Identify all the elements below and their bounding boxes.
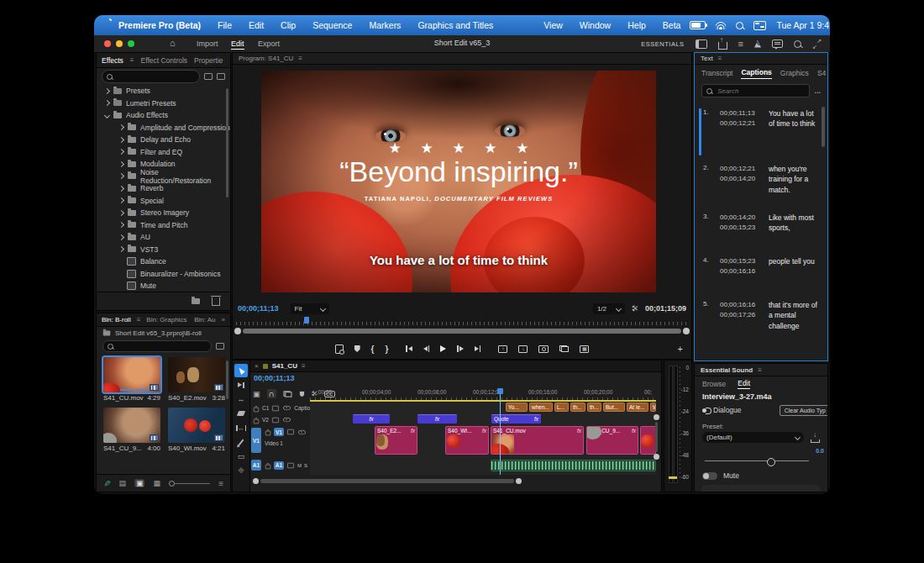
clip-thumbnail[interactable] [168,408,225,443]
caption-clip[interactable]: At le... [627,403,648,412]
caption-text[interactable]: You have a lot of time to think [769,108,821,129]
menu-beta[interactable]: Beta [655,20,689,30]
twirl-icon[interactable] [118,149,124,155]
tree-item[interactable]: Filter and EQ [97,146,230,159]
twirl-icon[interactable] [118,173,124,179]
twirl-icon[interactable] [118,161,124,167]
bin-item[interactable]: S41_CU_9...4:00 [103,408,160,452]
tree-item[interactable]: Binauralizer - Ambisonics [97,268,230,281]
more-options-icon[interactable]: ... [814,87,821,95]
caption-row[interactable]: 1. 00;00;11;1300;00;12;21 You have a lot… [703,108,821,129]
track-output-icon[interactable] [283,406,291,411]
text-panel-title[interactable]: Text [701,55,713,62]
twirl-icon[interactable] [118,137,124,143]
mark-out-icon[interactable]: } [386,345,389,354]
minimize-window-button[interactable] [116,40,123,47]
caption-timecodes[interactable]: 00;00;15;2300;00;16;16 [720,256,764,277]
video-clip[interactable]: S41_CU_9...fx [586,426,638,455]
battery-icon[interactable] [690,21,706,29]
tree-item[interactable]: Delay and Echo [97,134,230,146]
menu-edit[interactable]: Edit [241,20,271,30]
annotation-icon[interactable] [335,345,344,354]
home-icon[interactable]: ⌂ [170,38,176,48]
go-to-out-icon[interactable] [475,345,481,352]
tree-item[interactable]: Time and Pitch [97,219,230,232]
panel-menu-icon[interactable]: ≡ [137,316,141,324]
clear-audio-type-button[interactable]: Clear Audio Typ [780,405,828,416]
track-a1-badge[interactable]: A1 [274,461,284,470]
menu-app[interactable]: Premiere Pro (Beta) [111,20,208,30]
gain-value[interactable]: 0.0 [816,448,824,454]
tree-item[interactable]: Presets [97,85,230,97]
audio-clip[interactable] [491,460,656,471]
go-to-in-icon[interactable] [406,345,412,352]
menu-file[interactable]: File [210,20,239,30]
menu-window[interactable]: Window [572,20,618,30]
insert-sequence-icon[interactable]: ▣ [253,390,260,398]
menu-graphics[interactable]: Graphics and Titles [410,20,501,30]
caption-row[interactable]: 5. 00;00;16;1600;00;17;26 that it's more… [703,300,821,331]
bin-item[interactable]: S40_E2.mov3:28 [168,357,225,402]
lift-icon[interactable]: ↑ [498,345,507,353]
vertical-zoom-handle-bottom[interactable] [654,454,659,460]
play-icon[interactable] [440,345,446,352]
twirl-icon[interactable] [118,210,124,216]
graphic-clip[interactable]: fx [353,414,390,424]
caption-text[interactable]: that it's more of a mental challenge [769,300,821,331]
tab-captions[interactable]: Captions [741,68,771,79]
tab-s4[interactable]: S4 [817,69,826,77]
video-clip-partial[interactable] [640,426,656,455]
tab-effect-controls[interactable]: Effect Controls [141,56,188,65]
timeline-zoom-handle-right[interactable] [516,478,522,484]
step-back-icon[interactable] [423,345,430,352]
tab-bin-graphics[interactable]: Bin: Graphics [146,316,186,324]
fullscreen-icon[interactable]: ↗↙ [812,39,822,49]
caption-clip[interactable]: th... [587,403,601,412]
caption-timecodes[interactable]: 00;00;11;1300;00;12;21 [720,108,764,129]
twirl-icon[interactable] [118,186,124,192]
program-scrollbar[interactable] [243,329,681,334]
feedback-chat-icon[interactable] [772,39,783,48]
tab-properties[interactable]: Propertie [194,56,223,65]
tree-item[interactable]: Mute [97,280,230,292]
tree-item[interactable]: Lumetri Presets [97,97,230,110]
add-marker-icon[interactable] [354,345,360,352]
tab-transcript[interactable]: Transcript [701,69,732,77]
caption-clip[interactable]: when... [529,403,553,412]
panel-menu-icon[interactable]: ≡ [298,55,302,62]
timeline-timecode[interactable]: 00;00;11;13 [254,374,295,382]
track-v1-badge[interactable]: V1 [274,428,284,436]
bin-item[interactable]: S40_WI.mov4:21 [168,408,225,452]
tree-item[interactable]: Noise Reduction/Restoration [97,171,230,183]
sync-lock-icon[interactable] [272,405,279,410]
lock-icon[interactable] [265,431,270,436]
timeline-zoom-handle-left[interactable] [253,478,259,484]
wifi-icon[interactable] [716,22,726,29]
scrollbar[interactable] [226,88,228,197]
tree-item[interactable]: AU [97,231,230,244]
tab-bin-broll[interactable]: Bin: B-roll [102,316,131,324]
zoom-handle-right[interactable] [683,328,690,334]
tree-item[interactable]: Stereo Imagery [97,207,230,219]
accelerated-effects-icon[interactable] [204,73,213,80]
mute-track-button[interactable]: M [297,463,302,468]
delete-icon[interactable] [212,297,220,306]
playhead[interactable] [500,388,501,475]
lock-icon[interactable] [254,418,259,424]
tab-overflow-icon[interactable]: » [230,56,231,64]
audio-effects-filter-icon[interactable] [217,73,225,80]
tree-item[interactable]: Special [97,195,230,208]
track-select-forward-tool[interactable] [234,378,248,392]
freeform-view-icon[interactable]: ▦ [153,479,160,487]
icon-view-icon[interactable]: ▣ [134,479,145,487]
pen-tool[interactable] [234,435,248,449]
clip-thumbnail[interactable] [103,357,160,392]
twirl-icon[interactable] [118,234,124,240]
lock-icon[interactable] [254,407,259,412]
tab-bin-audio[interactable]: Bin: Au [194,316,215,324]
sort-icon[interactable]: ≡ [218,479,223,488]
share-icon[interactable] [718,42,727,50]
tab-edit[interactable]: Edit [231,39,244,50]
twirl-icon[interactable] [104,88,110,94]
caption-text[interactable]: when you're training for a match. [769,164,821,195]
